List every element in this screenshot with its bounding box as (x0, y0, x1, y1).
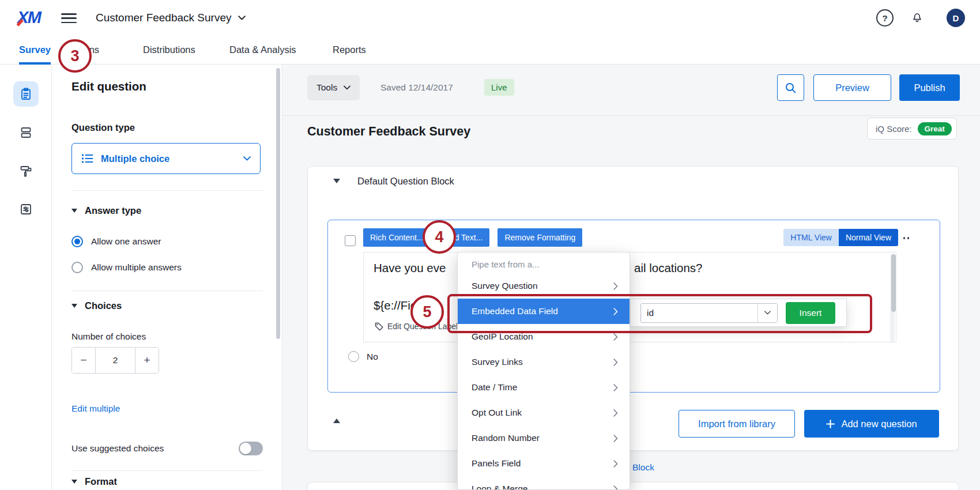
publish-button[interactable]: Publish (899, 74, 960, 101)
piped-text-menu: Pipe text from a... Survey Question Embe… (457, 252, 630, 490)
plus-icon (826, 420, 835, 428)
survey-name: Customer Feedback Survey (96, 12, 232, 24)
radio-selected-icon (71, 236, 83, 247)
answer-type-section-header[interactable]: Answer type (71, 205, 141, 216)
chevron-right-icon (613, 485, 618, 490)
search-button[interactable] (777, 74, 804, 101)
iq-score-pill: iQ Score: Great (867, 118, 957, 140)
collapse-block-icon[interactable] (333, 179, 340, 183)
primary-nav-tabs: Survey Actions Distributions Data & Anal… (0, 36, 980, 65)
use-suggested-toggle[interactable] (239, 442, 263, 455)
edit-question-panel: Edit question Question type Multiple cho… (52, 65, 282, 490)
menu-item-opt-out-link[interactable]: Opt Out Link (458, 400, 630, 425)
iq-score-badge: Great (918, 122, 952, 135)
tab-distributions[interactable]: Distributions (143, 36, 195, 64)
field-combobox (640, 303, 778, 323)
live-status-badge: Live (484, 79, 514, 96)
panel-scrollbar[interactable] (276, 68, 280, 339)
menu-item-loop-merge[interactable]: Loop & Merge (458, 476, 630, 490)
menu-item-embedded-data-field[interactable]: Embedded Data Field (458, 299, 630, 324)
add-new-question-button[interactable]: Add new question (804, 410, 939, 438)
embedded-field-input[interactable] (641, 304, 757, 322)
menu-item-random-number[interactable]: Random Number (458, 425, 630, 451)
question-text-fragment-right: ail locations? (634, 261, 703, 275)
list-icon (81, 153, 94, 164)
xm-logo-text: XM (17, 8, 41, 27)
survey-builder-icon[interactable] (13, 81, 39, 107)
insert-button[interactable]: Insert (786, 302, 835, 324)
xm-logo: XM (17, 8, 41, 27)
view-mode-tabs: HTML View Normal View (783, 229, 898, 246)
blocks-icon[interactable] (13, 120, 39, 145)
question-checkbox[interactable] (345, 235, 356, 246)
menu-item-panels-field[interactable]: Panels Field (458, 451, 630, 476)
menu-item-survey-links[interactable]: Survey Links (458, 349, 630, 375)
choice-option-no[interactable]: No (348, 351, 378, 362)
left-icon-rail (0, 65, 52, 490)
choices-section-header[interactable]: Choices (71, 300, 122, 311)
embedded-field-flyout: Insert (630, 299, 847, 327)
chevron-down-icon (71, 480, 77, 484)
qualtrics-survey-editor: XM Customer Feedback Survey ? D Survey A… (0, 0, 980, 490)
menu-item-date-time[interactable]: Date / Time (458, 375, 630, 400)
chevron-right-icon (613, 384, 618, 391)
divider (71, 470, 263, 471)
overflow-dots-icon (903, 237, 910, 239)
chevron-right-icon (613, 460, 618, 468)
hamburger-menu-icon[interactable] (61, 13, 77, 23)
choices-count-stepper: − 2 + (71, 347, 159, 374)
number-of-choices-label: Number of choices (71, 331, 146, 342)
block-title: Default Question Block (357, 176, 454, 187)
increase-choices-button[interactable]: + (135, 348, 159, 373)
saved-timestamp: Saved 12/14/2017 (380, 82, 453, 93)
top-bar: XM Customer Feedback Survey ? D (0, 0, 980, 36)
chevron-down-icon (764, 311, 771, 315)
menu-item-survey-question[interactable]: Survey Question (458, 273, 630, 299)
chevron-right-icon (613, 409, 618, 417)
field-dropdown-button[interactable] (757, 304, 777, 322)
notifications-bell-icon[interactable] (911, 11, 924, 24)
divider (71, 190, 263, 191)
menu-item-geoip-location[interactable]: GeoIP Location (458, 324, 630, 349)
survey-name-dropdown[interactable]: Customer Feedback Survey (96, 0, 246, 36)
look-feel-paint-roller-icon[interactable] (13, 159, 39, 184)
divider (282, 115, 980, 116)
block-header: Default Question Block (333, 174, 454, 189)
annotation-step-5: 5 (410, 295, 444, 329)
survey-canvas: Tools Saved 12/14/2017 Live Preview Publ… (282, 65, 980, 490)
chevron-down-icon (71, 304, 77, 308)
search-icon (785, 82, 797, 94)
use-suggested-label: Use suggested choices (71, 443, 164, 454)
radio-allow-multiple-answers[interactable]: Allow multiple answers (71, 262, 182, 273)
preview-button[interactable]: Preview (813, 74, 891, 101)
tools-dropdown-button[interactable]: Tools (307, 75, 360, 100)
survey-flow-icon[interactable] (13, 197, 39, 222)
tag-icon (375, 322, 383, 331)
active-tab-underline (19, 62, 51, 65)
tab-reports[interactable]: Reports (333, 36, 366, 64)
import-from-library-button[interactable]: Import from library (679, 410, 795, 438)
question-type-select[interactable]: Multiple choice (71, 143, 261, 174)
rich-content-button[interactable]: Rich Content... (363, 228, 431, 247)
radio-allow-one-answer[interactable]: Allow one answer (71, 236, 161, 247)
editor-scrollbar-thumb[interactable] (891, 254, 896, 312)
next-block-card-edge (307, 482, 959, 490)
decrease-choices-button[interactable]: − (72, 348, 95, 373)
remove-formatting-button[interactable]: Remove Formatting (497, 228, 582, 247)
chevron-right-icon (613, 435, 618, 442)
radio-unselected-icon (71, 262, 83, 273)
question-type-value: Multiple choice (101, 153, 169, 164)
format-section-header[interactable]: Format (71, 476, 117, 487)
add-block-link[interactable]: Block (632, 462, 654, 473)
survey-page-title: Customer Feedback Survey (307, 125, 470, 139)
tab-data-analysis[interactable]: Data & Analysis (229, 36, 296, 64)
help-icon[interactable]: ? (876, 9, 894, 27)
chevron-right-icon (613, 282, 618, 290)
tab-survey[interactable]: Survey (19, 36, 51, 64)
collapse-card-icon[interactable] (333, 419, 340, 423)
user-avatar[interactable]: D (947, 9, 965, 27)
choices-count-value: 2 (95, 348, 135, 373)
html-view-tab[interactable]: HTML View (783, 229, 839, 246)
normal-view-tab[interactable]: Normal View (839, 229, 898, 246)
edit-multiple-link[interactable]: Edit multiple (71, 404, 120, 414)
